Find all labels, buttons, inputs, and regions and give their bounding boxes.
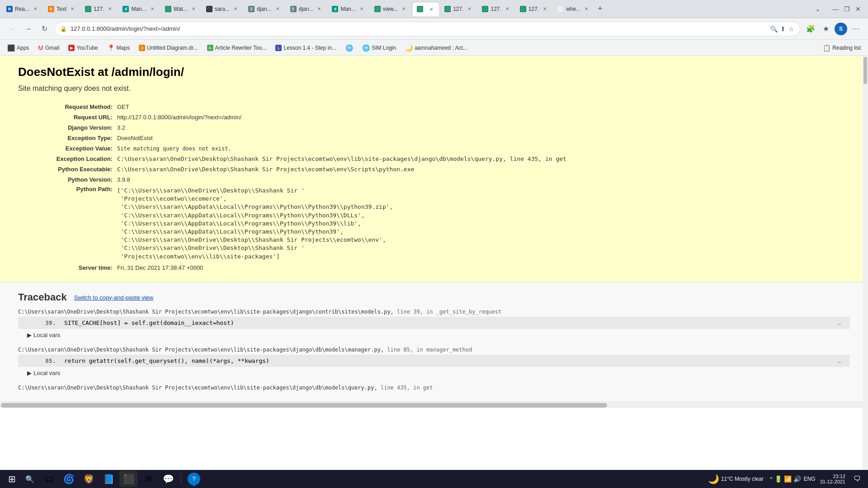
bookmark-diagram[interactable]: D Untitled Diagram.dr... <box>135 43 202 53</box>
bookmarks-bar: ⬛ Apps M Gmail ▶ YouTube 📍 Maps D Untitl… <box>0 40 868 56</box>
tab-6[interactable]: ⚫ sara... ✕ <box>202 2 244 16</box>
extensions-button[interactable]: 🧩 <box>804 22 817 36</box>
favorites-button[interactable]: ★ <box>819 22 833 36</box>
horizontal-scrollbar-thumb[interactable] <box>1 403 607 408</box>
error-label-django: Django Version: <box>18 122 117 133</box>
tab-5[interactable]: 🌐 Wat... ✕ <box>160 2 202 16</box>
tab-14[interactable]: 🌐 127. ✕ <box>515 2 553 16</box>
tab-10[interactable]: 🌐 view... ✕ <box>370 2 412 16</box>
bookmark-article[interactable]: A Article Rewriter Too... <box>203 43 270 53</box>
tab-close-15[interactable]: ✕ <box>583 5 590 13</box>
bookmark-youtube[interactable]: ▶ YouTube <box>65 43 101 53</box>
switch-to-paste-link[interactable]: Switch to copy-and-paste view <box>74 294 154 301</box>
tab-9[interactable]: d Man... ✕ <box>327 2 369 16</box>
traceback-frame-1-path: C:\Users\saran\OneDrive\Desktop\Shashank… <box>18 309 850 315</box>
tab-close-7[interactable]: ✕ <box>274 5 281 13</box>
tab-label-5: Wat... <box>174 6 188 12</box>
tab-close-2[interactable]: ✕ <box>69 5 76 13</box>
tab-15[interactable]: 📄 whe... ✕ <box>553 2 594 16</box>
tab-11-active[interactable]: 🌐 ✕ <box>412 2 440 16</box>
tab-close-5[interactable]: ✕ <box>190 5 197 13</box>
bookmark-globe1[interactable]: 🌐 <box>342 42 357 53</box>
traceback-code-1: SITE_CACHE[host] = self.get(domain__iexa… <box>64 319 234 326</box>
tab-close-14[interactable]: ✕ <box>541 5 548 13</box>
bookmark-maps[interactable]: 📍 Maps <box>104 42 133 53</box>
clock-date: 31-12-2021 <box>820 479 845 484</box>
taskbar-thunderbird[interactable]: ✉ <box>139 471 157 487</box>
tab-favicon-11: 🌐 <box>417 6 423 12</box>
taskbar-vscode[interactable]: 📘 <box>99 471 118 487</box>
close-button[interactable]: ✕ <box>855 5 861 13</box>
search-icon: 🔍 <box>770 25 778 33</box>
settings-button[interactable]: ⋯ <box>849 22 863 36</box>
taskbar-terminal[interactable]: ⬛ <box>119 471 137 487</box>
url-box[interactable]: 🔒 127.0.0.1:8000/admin/login/?next=/admi… <box>54 22 800 36</box>
vertical-scrollbar-thumb[interactable] <box>863 57 867 84</box>
error-value-excval: Site matching query does not exist. <box>117 143 850 154</box>
tab-close-6[interactable]: ✕ <box>232 5 239 13</box>
tab-close-4[interactable]: ✕ <box>149 5 156 13</box>
bookmark-lesson[interactable]: L Lesson 1.4 - Step in... <box>272 43 340 53</box>
tab-favicon-12: 🌐 <box>444 6 451 12</box>
taskbar-whatsapp[interactable]: 💬 <box>159 471 177 487</box>
profile-button[interactable]: S <box>835 23 847 35</box>
tab-close-1[interactable]: ✕ <box>32 5 39 13</box>
up-arrow-icon[interactable]: ^ <box>770 476 773 482</box>
bookmark-apps[interactable]: ⬛ Apps <box>4 42 33 53</box>
error-table: Request Method: GET Request URL: http://… <box>18 102 850 273</box>
minimize-button[interactable]: — <box>832 5 839 13</box>
bookmark-sim[interactable]: 🌐 SIM Login <box>359 42 400 53</box>
tab-13[interactable]: 🌐 127. ✕ <box>477 2 515 16</box>
clock-time: 23:12 <box>833 474 845 479</box>
aamna-favicon: 🌙 <box>405 44 413 52</box>
tab-2[interactable]: B Text ✕ <box>43 2 80 16</box>
taskbar-help[interactable]: ? <box>185 471 203 487</box>
tab-label-14: 127. <box>528 6 539 12</box>
weather-widget[interactable]: 🌙 11°C Mostly clear <box>704 474 767 484</box>
tab-1[interactable]: R Rea... ✕ <box>2 2 43 16</box>
new-tab-button[interactable]: + <box>594 4 605 14</box>
local-vars-2[interactable]: ▶ Local vars <box>18 367 850 379</box>
tab-8[interactable]: 🌫 djan... ✕ <box>286 2 328 16</box>
bottom-scrollbar[interactable] <box>0 402 868 408</box>
error-row-method: Request Method: GET <box>18 102 850 112</box>
tab-close-8[interactable]: ✕ <box>316 5 323 13</box>
taskbar-file-explorer[interactable]: 🗂 <box>40 471 58 487</box>
back-button[interactable]: ← <box>5 23 18 35</box>
tab-4[interactable]: d Man... ✕ <box>118 2 160 16</box>
error-row-pyver: Python Version: 3.9.8 <box>18 174 850 185</box>
tab-close-3[interactable]: ✕ <box>106 5 113 13</box>
apps-favicon: ⬛ <box>7 44 15 52</box>
forward-button[interactable]: → <box>22 23 34 35</box>
tab-close-10[interactable]: ✕ <box>400 5 407 13</box>
taskbar-edge[interactable]: 🌀 <box>60 471 78 487</box>
tab-close-13[interactable]: ✕ <box>504 5 511 13</box>
taskbar-clock[interactable]: 23:12 31-12-2021 <box>818 474 847 484</box>
local-vars-1[interactable]: ▶ Local vars <box>18 329 850 341</box>
taskbar-brave[interactable]: 🦁 <box>80 471 98 487</box>
tab-12[interactable]: 🌐 127. ✕ <box>440 2 477 16</box>
bookmark-gmail[interactable]: M Gmail <box>34 42 63 53</box>
notification-button[interactable]: 🗨 <box>850 472 864 486</box>
tab-close-9[interactable]: ✕ <box>358 5 365 13</box>
traceback-line-number-1: 39. <box>45 319 59 326</box>
bookmark-aamna[interactable]: 🌙 aamnahameed : Act... <box>401 42 471 53</box>
address-right: 🧩 ★ S ⋯ <box>804 22 863 36</box>
start-button[interactable]: ⊞ <box>4 471 20 487</box>
globe1-favicon: 🌐 <box>345 44 353 52</box>
restore-button[interactable]: ❐ <box>844 5 850 13</box>
tabs-dropdown-button[interactable]: ⌄ <box>812 4 823 14</box>
tab-label-12: 127. <box>453 6 463 12</box>
traceback-expand-1: … <box>838 320 841 326</box>
search-button[interactable]: 🔍 <box>22 471 38 487</box>
tab-close-11[interactable]: ✕ <box>428 5 435 13</box>
tab-label-7: djan... <box>257 6 272 12</box>
tab-close-12[interactable]: ✕ <box>466 5 473 13</box>
reload-button[interactable]: ↻ <box>38 23 51 35</box>
tab-7[interactable]: 🌫 djan... ✕ <box>244 2 286 16</box>
sim-favicon: 🌐 <box>362 44 370 52</box>
reading-list-button[interactable]: 📋 Reading list <box>819 42 864 53</box>
vertical-scrollbar[interactable] <box>863 56 868 470</box>
tab-3[interactable]: 🌐 127. ✕ <box>80 2 118 16</box>
taskbar: ⊞ 🔍 🗂 🌀 🦁 📘 ⬛ ✉ 💬 ? 🌙 11°C Mostly clear … <box>0 470 868 488</box>
